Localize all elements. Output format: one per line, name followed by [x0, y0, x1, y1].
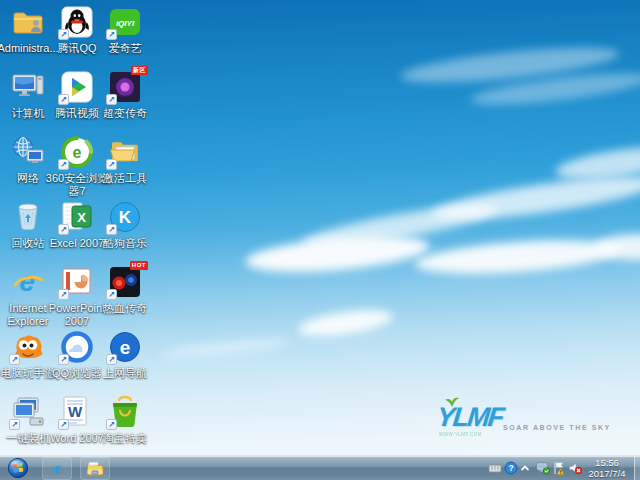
new-zone-badge: 新区: [131, 66, 148, 75]
powerpoint-icon: ↗: [59, 264, 95, 300]
shortcut-arrow-icon: ↗: [106, 289, 117, 300]
word-icon: W ↗: [59, 394, 95, 430]
shortcut-arrow-icon: ↗: [58, 354, 69, 365]
volume-muted-icon[interactable]: [568, 461, 582, 475]
desktop: Administra... ↗ 腾讯QQ iQIYI ↗ 爱奇艺 计算机 ↗ 腾…: [0, 0, 640, 480]
game-icon: 新区 ↗: [107, 69, 143, 105]
taskbar-explorer-button[interactable]: [80, 457, 110, 480]
ylmf-watermark: YLMF SOAR ABOVE THE SKY WWW.YLMF.COM: [437, 404, 612, 431]
shortcut-arrow-icon: ↗: [9, 419, 20, 430]
icon-label: 爱奇艺: [93, 42, 157, 55]
svg-text:e: e: [120, 337, 131, 358]
user-folder-icon: [10, 4, 46, 40]
network-icon: [10, 134, 46, 170]
desktop-icon-shopping[interactable]: ↗ 淘宝特卖: [93, 394, 157, 445]
360-browser-icon: e ↗: [59, 134, 95, 170]
desktop-icon-rexue-game[interactable]: HOT ↗ 热血传奇: [93, 264, 157, 315]
shortcut-arrow-icon: ↗: [106, 29, 117, 40]
network-tray-icon[interactable]: [536, 461, 550, 475]
shortcut-arrow-icon: ↗: [106, 419, 117, 430]
cloud: [160, 335, 291, 361]
cloud: [297, 305, 394, 340]
kugou-icon: K ↗: [107, 199, 143, 235]
svg-text:iQIYI: iQIYI: [116, 19, 135, 28]
icon-label: 上网导航: [93, 367, 157, 380]
clock-date: 2017/7/4: [582, 468, 632, 479]
explorer-folder-icon: [86, 460, 104, 478]
excel-icon: X ↗: [59, 199, 95, 235]
shortcut-arrow-icon: ↗: [106, 354, 117, 365]
shortcut-arrow-icon: ↗: [106, 94, 117, 105]
shortcut-arrow-icon: ↗: [58, 159, 69, 170]
blue-e-icon: e ↗: [107, 329, 143, 365]
desktop-icon-activation-tools[interactable]: ↗ 激活工具: [93, 134, 157, 185]
shortcut-arrow-icon: ↗: [9, 354, 20, 365]
qq-penguin-icon: ↗: [59, 4, 95, 40]
recycle-bin-icon: [10, 199, 46, 235]
shortcut-arrow-icon: ↗: [58, 289, 69, 300]
shortcut-arrow-icon: ↗: [58, 29, 69, 40]
cloud: [414, 235, 621, 279]
game-icon: HOT ↗: [107, 264, 143, 300]
watermark-url: WWW.YLMF.COM: [439, 432, 482, 437]
svg-text:?: ?: [508, 463, 513, 473]
shortcut-arrow-icon: ↗: [106, 224, 117, 235]
icon-label: 酷狗音乐: [93, 237, 157, 250]
desktop-icon-chaobian-game[interactable]: 新区 ↗ 超变传奇: [93, 69, 157, 120]
iqiyi-icon: iQIYI ↗: [107, 4, 143, 40]
svg-text:K: K: [119, 208, 132, 227]
ie-icon: e: [53, 460, 61, 477]
icon-label: 淘宝特卖: [93, 432, 157, 445]
open-folder-icon: ↗: [107, 134, 143, 170]
desktop-icon-kugou[interactable]: K ↗ 酷狗音乐: [93, 199, 157, 250]
taskbar-ie-button[interactable]: e: [42, 457, 72, 480]
show-hidden-icons-button[interactable]: [518, 461, 532, 475]
computer-icon: [10, 69, 46, 105]
shortcut-arrow-icon: ↗: [58, 94, 69, 105]
taskbar: e ? 15:56: [0, 455, 640, 480]
input-method-icon[interactable]: [488, 461, 502, 475]
help-tray-icon[interactable]: ?: [504, 461, 518, 475]
icon-label: 热血传奇: [93, 302, 157, 315]
mascot-icon: ↗: [10, 329, 46, 365]
shortcut-arrow-icon: ↗: [58, 224, 69, 235]
svg-text:W: W: [68, 403, 83, 420]
cloud: [244, 230, 431, 278]
shopping-bag-icon: ↗: [107, 394, 143, 430]
svg-text:X: X: [77, 210, 86, 225]
icon-label: 激活工具: [93, 172, 157, 185]
desktop-icon-iqiyi[interactable]: iQIYI ↗ 爱奇艺: [93, 4, 157, 55]
tencent-video-icon: ↗: [59, 69, 95, 105]
clock-time: 15:56: [582, 457, 632, 468]
install-system-icon: ↗: [10, 394, 46, 430]
icon-label: 超变传奇: [93, 107, 157, 120]
ie-icon: e: [10, 264, 46, 300]
show-desktop-button[interactable]: [634, 456, 640, 480]
ylmf-logo: YLMF: [436, 404, 504, 431]
shortcut-arrow-icon: ↗: [58, 419, 69, 430]
watermark-tagline: SOAR ABOVE THE SKY: [503, 424, 611, 432]
action-center-flag-icon[interactable]: [552, 461, 566, 475]
svg-text:e: e: [19, 266, 35, 297]
start-button[interactable]: [7, 457, 29, 479]
shortcut-arrow-icon: ↗: [106, 159, 117, 170]
desktop-icon-web-navigation[interactable]: e ↗ 上网导航: [93, 329, 157, 380]
svg-text:e: e: [73, 144, 82, 161]
qq-browser-icon: ↗: [59, 329, 95, 365]
hot-badge: HOT: [130, 261, 148, 270]
taskbar-clock[interactable]: 15:56 2017/7/4: [582, 457, 632, 479]
